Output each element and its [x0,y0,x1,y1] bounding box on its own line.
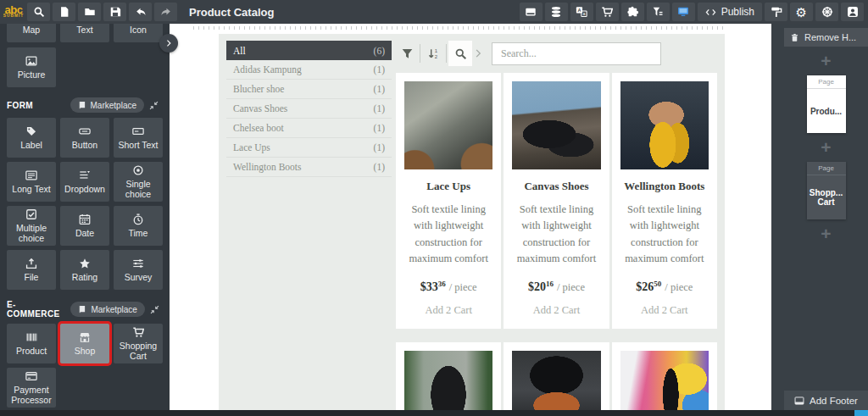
undo-button[interactable] [129,3,152,21]
collapse-ecommerce-section-button[interactable] [150,302,163,316]
credit-card-icon [25,370,37,382]
time-tile[interactable]: Time [114,206,163,246]
sort-button[interactable]: 12 [422,42,444,64]
category-item[interactable]: Wellington Boots (1) [226,158,392,177]
page-thumbnail[interactable]: Page Produ... [807,75,846,133]
publish-button[interactable]: Publish [698,3,762,21]
open-folder-icon [84,6,96,18]
gear-button[interactable]: ⚙ [790,3,813,21]
product-card: Canvas Shoes Soft textile lining with li… [504,73,609,329]
search-toggle-button[interactable] [448,41,472,66]
svg-text:2: 2 [434,54,437,59]
open-folder-button[interactable] [78,3,101,21]
plus-icon: + [821,225,831,242]
category-item[interactable]: All (6) [226,41,392,60]
add-to-cart-button[interactable]: Add 2 Cart [533,304,581,317]
add-footer-button[interactable]: Add Footer [784,391,868,410]
database-button[interactable] [545,3,568,21]
cart2-tile[interactable]: Shopping Cart [114,324,163,363]
marketplace-label: Marketplace [91,305,136,314]
ecommerce-section-header: E-COMMERCE Marketplace [7,300,163,319]
product-price: $2650/ piece [620,280,709,294]
file-tile[interactable]: File [7,250,56,290]
product-image [404,81,492,169]
database-icon [550,6,562,18]
save-icon [109,6,121,18]
form-section-label: FORM [7,101,33,110]
cart-icon [601,6,613,18]
plugin-button[interactable] [621,3,644,21]
dropdown-tile[interactable]: Dropdown [60,162,109,202]
search-button[interactable] [27,3,50,21]
add-page-button[interactable]: + [821,225,831,243]
category-item[interactable]: Blucher shoe (1) [226,80,392,99]
ecommerce-section-label: E-COMMERCE [7,300,65,319]
redo-button[interactable] [154,3,177,21]
product-card: Wellington Boots Soft textile lining wit… [612,73,717,329]
helm-icon [821,6,833,18]
paint-roller-button[interactable] [765,3,787,21]
add-page-button[interactable]: + [821,138,831,157]
new-file-button[interactable] [53,3,75,21]
pages-button[interactable] [520,3,542,21]
abcsubmit-logo[interactable]: abc SUBMIT [0,0,27,24]
rating-tile[interactable]: Rating [60,250,109,290]
single-choice-tile[interactable]: Single choice [114,162,163,202]
picture-icon [25,55,37,67]
code-icon [705,7,716,18]
monitor-button[interactable] [672,3,695,21]
widget-tile[interactable]: Map [7,24,56,42]
page-kind-label: Page [807,75,846,89]
date-tile[interactable]: Date [60,206,109,246]
shop-toolbar: 12 [396,41,717,66]
collapse-form-section-button[interactable] [149,98,163,112]
save-button[interactable] [103,3,126,21]
account-button[interactable] [841,3,864,21]
category-item[interactable]: Canvas Shoes (1) [226,99,392,119]
widget-tile[interactable]: Text [60,24,109,42]
button-tile[interactable]: Button [60,118,109,158]
long-text-tile[interactable]: Long Text [7,162,56,202]
translate-button[interactable]: Aa [570,3,593,21]
store-tile[interactable]: Shop [60,324,109,363]
add-to-cart-button[interactable]: Add 2 Cart [641,304,688,317]
picture-tile[interactable]: Picture [7,47,56,87]
product-description: Soft textile lining with lightweight con… [404,202,492,268]
survey-tile[interactable]: Survey [114,250,163,290]
widget-tile[interactable]: Icon [114,24,163,42]
add-to-cart-button[interactable]: Add 2 Cart [425,304,472,317]
tag-tile[interactable]: Label [7,118,56,158]
filter-button[interactable] [396,42,418,64]
date-icon [79,214,91,225]
category-name: Blucher shoe [233,84,284,94]
barcode-tile[interactable]: Product [7,324,56,363]
category-count: (1) [374,142,385,153]
top-toolbar: abc SUBMIT Product Catalog [0,0,868,24]
book-icon [78,305,86,313]
shop-widget[interactable]: All (6) Adidas Kampung (1) Blucher shoe … [219,34,725,410]
category-name: Canvas Shoes [233,103,287,114]
logic-button[interactable] [647,3,670,21]
short-text-tile[interactable]: Short Text [114,118,163,158]
page-title: Produ... [807,89,846,133]
survey-icon [132,258,144,269]
add-page-button[interactable]: + [821,52,831,70]
divider [420,44,420,63]
category-name: Wellington Boots [233,162,302,172]
cart-button[interactable] [596,3,619,21]
expand-panel-button[interactable] [159,34,178,53]
credit-card-tile[interactable]: Payment Processor [7,368,56,408]
category-item[interactable]: Lace Ups (1) [226,138,392,158]
multiple-choice-tile[interactable]: Multiple choice [7,206,56,246]
tag-icon [25,125,37,137]
product-name: Lace Ups [404,180,492,193]
remove-header-button[interactable]: Remove H... [784,28,868,47]
marketplace-button[interactable]: Marketplace [70,97,144,113]
category-item[interactable]: Adidas Kampung (1) [226,60,392,80]
category-item[interactable]: Chelsea boot (1) [226,119,392,138]
shop-search-input[interactable] [492,42,661,65]
logo-subtext: SUBMIT [3,14,24,18]
marketplace-button[interactable]: Marketplace [70,302,144,317]
helm-button[interactable] [815,3,838,21]
page-thumbnail[interactable]: Page Shopp... Cart [807,162,846,219]
